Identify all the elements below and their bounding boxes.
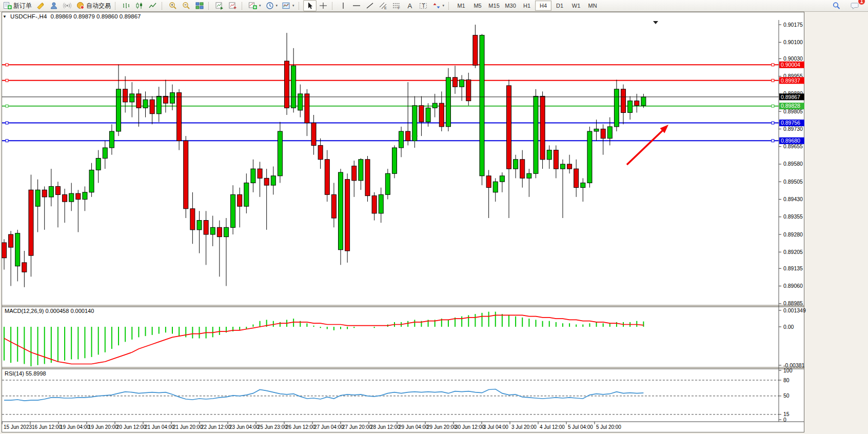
price-axis-tick: 0.89135 [783,265,803,271]
crosshair-button[interactable] [317,0,330,11]
svg-text:0.00: 0.00 [783,324,794,330]
macd-label: MACD(12,26,9) 0.000458 0.000140 [5,308,94,314]
label-button[interactable]: T [417,0,430,11]
timeframe-m5-button[interactable]: M5 [469,1,486,11]
candlestick-chart-button[interactable] [133,0,146,11]
svg-text:0.89937: 0.89937 [781,77,800,84]
svg-text:0.001349: 0.001349 [783,307,806,313]
svg-text:50: 50 [783,392,790,399]
price-axis-tick: 0.88985 [783,300,803,306]
autotrading-button[interactable]: 自动交易 [74,0,113,11]
svg-text:0.89867: 0.89867 [781,94,800,100]
channel-button[interactable]: E [377,0,390,11]
price-axis-tick: 0.90100 [783,39,803,45]
price-tag: 0.89867 [779,93,804,100]
time-axis-label: 26 Jun 12:00 [286,424,315,430]
signals-button[interactable] [61,0,74,11]
price-axis-tick: 0.89580 [783,161,803,167]
profiles-icon [228,2,238,10]
periods-button[interactable]: ▾ [263,0,280,11]
svg-text:80: 80 [783,377,790,383]
time-axis-label: 27 Jun 04:00 [314,424,344,430]
time-axis-label: 27 Jun 20:00 [342,424,372,430]
cursor-icon [305,2,314,10]
toolbar-separator [162,2,164,10]
price-tag: 0.89680 [779,137,804,144]
chat-button[interactable]: 1 [849,0,862,11]
zoom-in-button[interactable] [166,0,180,11]
candle-chart-icon [135,2,144,10]
new-order-button[interactable]: 新订单 [1,0,34,11]
time-axis-label: 28 Jun 12:00 [370,424,400,430]
time-axis-label: 3 Jul 04:00 [483,424,508,430]
zoom-out-button[interactable] [180,0,193,11]
label-icon: T [419,2,428,10]
chart-window-background [2,12,804,432]
price-axis-tick: 0.89505 [783,179,803,185]
profile-button[interactable] [47,0,61,11]
price-axis-tick: 0.89280 [783,231,803,238]
timeframe-m15-button[interactable]: M15 [486,1,502,11]
timeframe-d1-button[interactable]: D1 [551,1,568,11]
signal-icon [63,2,72,10]
timeframe-h4-button[interactable]: H4 [535,1,551,11]
fibonacci-button[interactable]: F [390,0,403,11]
time-axis-label: 4 Jul 12:00 [540,424,565,430]
price-axis-tick: 0.90030 [783,55,803,62]
svg-text:100: 100 [783,367,793,373]
price-axis-tick: 0.89355 [783,213,803,220]
horizontal-line-button[interactable] [350,0,363,11]
time-axis-label: 21 Jun 20:00 [173,424,203,430]
fibonacci-icon: F [392,2,401,10]
time-axis-label: 29 Jun 20:00 [427,424,457,430]
timeframe-m30-button[interactable]: M30 [502,1,519,11]
trendline-button[interactable] [363,0,377,11]
chart-dropdown-icon[interactable]: ▼ [3,14,7,19]
svg-text:T: T [422,3,425,9]
arrows-button[interactable]: ▾ [430,0,447,11]
vertical-line-button[interactable] [337,0,350,11]
timeframe-mn-button[interactable]: MN [584,1,601,11]
svg-text:E: E [384,6,387,10]
chat-badge: 1 [858,0,865,5]
price-axis-tick: 0.90175 [783,22,803,28]
vline-icon [339,2,348,10]
indicators-button[interactable]: ▾ [246,0,263,11]
profiles-button[interactable] [226,0,240,11]
hline-icon [352,2,361,10]
time-axis-label: 23 Jun 04:00 [229,424,259,430]
svg-text:0.89828: 0.89828 [781,103,800,109]
indicators-icon [248,2,258,10]
crosshair-icon [319,2,328,10]
tile-windows-button[interactable] [193,0,206,11]
text-button[interactable]: A [403,0,417,11]
templates-button[interactable]: ▾ [280,0,297,11]
styles-button[interactable] [34,0,47,11]
channel-icon: E [379,2,388,10]
time-axis-label: 21 Jun 04:00 [145,424,174,430]
arrows-icon [432,2,441,10]
clock-icon [265,2,274,10]
time-axis-label: 16 Jun 12:00 [32,424,62,430]
timeframe-m1-button[interactable]: M1 [453,1,469,11]
bar-chart-button[interactable] [120,0,133,11]
price-axis-tick: 0.89205 [783,249,803,255]
crayon-icon [36,2,45,10]
line-chart-button[interactable] [146,0,160,11]
search-button[interactable] [830,0,843,11]
line-chart-icon [148,2,157,10]
timeframe-w1-button[interactable]: W1 [568,1,584,11]
new-chart-button[interactable] [213,0,226,11]
template-icon [282,2,291,10]
time-axis-label: 20 Jun 12:00 [116,424,146,430]
chart-canvas[interactable]: 0.901750.901000.900300.899550.898800.898… [0,0,868,434]
timeframe-h1-button[interactable]: H1 [519,1,535,11]
svg-text:0.89680: 0.89680 [781,137,800,144]
cursor-button[interactable] [303,0,317,11]
svg-text:0.89756: 0.89756 [781,120,800,126]
price-axis-tick: 0.89060 [783,283,803,289]
tile-windows-icon [195,2,204,10]
toolbar-separator [299,2,301,10]
price-tag: 0.89937 [779,77,804,84]
price-axis-tick: 0.89655 [783,143,803,149]
